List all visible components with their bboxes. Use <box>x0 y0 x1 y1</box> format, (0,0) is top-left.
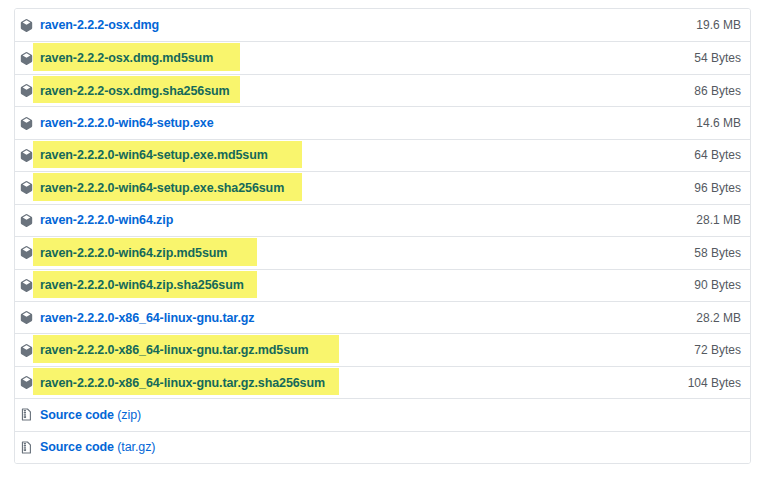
release-asset-row: raven-2.2.2.0-win64-setup.exe.md5sum 64 … <box>15 139 750 171</box>
asset-link[interactable]: raven-2.2.2.0-win64-setup.exe.md5sum <box>40 148 268 162</box>
asset-name: raven-2.2.2.0-win64-setup.exe <box>40 116 214 130</box>
asset-size: 104 Bytes <box>688 376 741 390</box>
asset-name: raven-2.2.2.0-win64.zip.sha256sum <box>40 278 244 292</box>
asset-name: raven-2.2.2-osx.dmg.md5sum <box>40 51 213 65</box>
asset-size: 28.2 MB <box>696 311 741 325</box>
asset-name: raven-2.2.2.0-x86_64-linux-gnu.tar.gz.md… <box>40 343 309 357</box>
asset-link[interactable]: raven-2.2.2.0-x86_64-linux-gnu.tar.gz.sh… <box>40 376 325 390</box>
asset-size: 64 Bytes <box>694 148 741 162</box>
release-asset-row: raven-2.2.2-osx.dmg.md5sum 54 Bytes <box>15 41 750 73</box>
asset-name-suffix: (zip) <box>114 408 141 422</box>
asset-size: 90 Bytes <box>694 278 741 292</box>
asset-link[interactable]: Source code (zip) <box>40 408 141 422</box>
file-zip-icon <box>20 408 33 421</box>
asset-name: raven-2.2.2.0-win64-setup.exe.md5sum <box>40 148 268 162</box>
asset-name: Source code <box>40 440 114 454</box>
asset-name: raven-2.2.2.0-x86_64-linux-gnu.tar.gz.sh… <box>40 376 325 390</box>
asset-link[interactable]: raven-2.2.2.0-win64-setup.exe <box>40 116 214 130</box>
package-icon <box>20 52 33 65</box>
asset-link[interactable]: raven-2.2.2-osx.dmg.sha256sum <box>40 84 230 98</box>
release-assets-table: raven-2.2.2-osx.dmg 19.6 MB raven-2.2.2-… <box>14 8 751 464</box>
asset-name-suffix: (tar.gz) <box>114 440 155 454</box>
package-icon <box>20 344 33 357</box>
package-icon <box>20 149 33 162</box>
release-asset-row: raven-2.2.2.0-x86_64-linux-gnu.tar.gz.sh… <box>15 366 750 398</box>
asset-link[interactable]: raven-2.2.2.0-win64.zip.sha256sum <box>40 278 244 292</box>
package-icon <box>20 181 33 194</box>
release-asset-row: raven-2.2.2-osx.dmg.sha256sum 86 Bytes <box>15 74 750 106</box>
asset-size: 86 Bytes <box>694 84 741 98</box>
asset-name: raven-2.2.2.0-x86_64-linux-gnu.tar.gz <box>40 311 254 325</box>
asset-link[interactable]: raven-2.2.2.0-win64.zip.md5sum <box>40 246 227 260</box>
release-asset-row: raven-2.2.2.0-win64.zip 28.1 MB <box>15 204 750 236</box>
asset-name: Source code <box>40 408 114 422</box>
release-asset-row: raven-2.2.2.0-win64-setup.exe 14.6 MB <box>15 106 750 138</box>
asset-size: 28.1 MB <box>696 213 741 227</box>
asset-size: 54 Bytes <box>694 51 741 65</box>
release-asset-row: raven-2.2.2.0-x86_64-linux-gnu.tar.gz.md… <box>15 333 750 365</box>
package-icon <box>20 376 33 389</box>
package-icon <box>20 214 33 227</box>
asset-size: 14.6 MB <box>696 116 741 130</box>
asset-name: raven-2.2.2.0-win64-setup.exe.sha256sum <box>40 181 284 195</box>
package-icon <box>20 84 33 97</box>
asset-name: raven-2.2.2-osx.dmg.sha256sum <box>40 84 230 98</box>
asset-size: 72 Bytes <box>694 343 741 357</box>
asset-link[interactable]: raven-2.2.2.0-x86_64-linux-gnu.tar.gz <box>40 311 254 325</box>
package-icon <box>20 117 33 130</box>
release-asset-row: Source code (zip) <box>15 398 750 430</box>
asset-link[interactable]: raven-2.2.2.0-win64-setup.exe.sha256sum <box>40 181 284 195</box>
release-asset-row: raven-2.2.2.0-win64.zip.sha256sum 90 Byt… <box>15 269 750 301</box>
release-asset-row: Source code (tar.gz) <box>15 431 750 463</box>
release-asset-row: raven-2.2.2.0-win64.zip.md5sum 58 Bytes <box>15 236 750 268</box>
asset-size: 19.6 MB <box>696 18 741 32</box>
asset-link[interactable]: raven-2.2.2-osx.dmg.md5sum <box>40 51 213 65</box>
file-zip-icon <box>20 441 33 454</box>
package-icon <box>20 311 33 324</box>
asset-link[interactable]: Source code (tar.gz) <box>40 440 155 454</box>
package-icon <box>20 246 33 259</box>
asset-name: raven-2.2.2-osx.dmg <box>40 18 159 32</box>
release-asset-row: raven-2.2.2.0-x86_64-linux-gnu.tar.gz 28… <box>15 301 750 333</box>
asset-size: 96 Bytes <box>694 181 741 195</box>
package-icon <box>20 19 33 32</box>
asset-link[interactable]: raven-2.2.2-osx.dmg <box>40 18 159 32</box>
package-icon <box>20 279 33 292</box>
asset-name: raven-2.2.2.0-win64.zip.md5sum <box>40 246 227 260</box>
asset-size: 58 Bytes <box>694 246 741 260</box>
asset-name: raven-2.2.2.0-win64.zip <box>40 213 173 227</box>
release-asset-row: raven-2.2.2.0-win64-setup.exe.sha256sum … <box>15 171 750 203</box>
release-asset-row: raven-2.2.2-osx.dmg 19.6 MB <box>15 9 750 41</box>
asset-link[interactable]: raven-2.2.2.0-x86_64-linux-gnu.tar.gz.md… <box>40 343 309 357</box>
asset-link[interactable]: raven-2.2.2.0-win64.zip <box>40 213 173 227</box>
